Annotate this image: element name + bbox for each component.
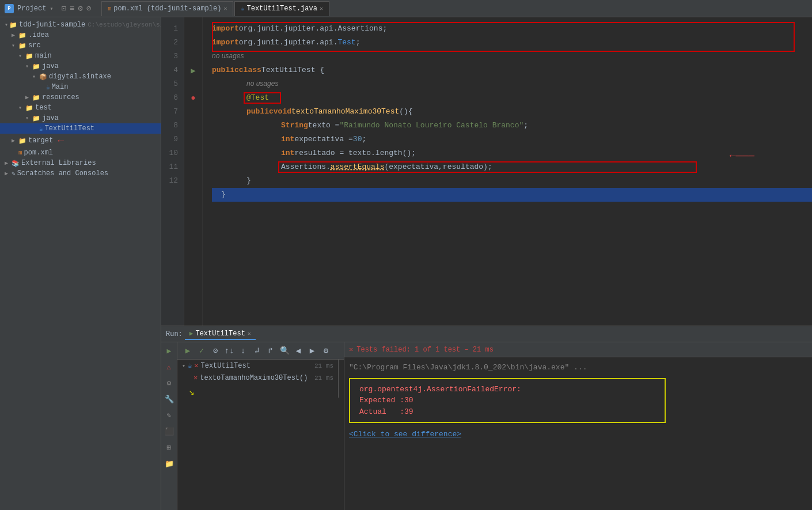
code-line-11: }: [212, 174, 812, 188]
close-brace-11: }: [246, 175, 251, 187]
gutter-3: [184, 50, 202, 63]
test-panel: ▶ ✓ ⊘ ↑↓ ↓ ↲ ↱ 🔍 ◀ ▶ ⚙: [177, 342, 344, 510]
line-num-5: 5: [164, 77, 181, 91]
gutter-6[interactable]: ●: [184, 91, 202, 105]
sidebar-src[interactable]: ▾ 📁 src: [0, 40, 161, 51]
line-num-2: 2: [164, 36, 181, 50]
case-time: 21 ms: [314, 375, 333, 381]
code-line-1: import org.junit.jupiter.api.Assertions;: [212, 22, 812, 36]
tree-arrow-target: ▶: [12, 137, 17, 144]
code-line-2: import org.junit.jupiter.api.Test;: [212, 36, 812, 50]
gutter-4[interactable]: ▶: [184, 63, 202, 77]
project-folder-icon: 📁: [9, 21, 17, 29]
toolbar-icon3[interactable]: ⚙: [78, 3, 82, 13]
scratches-label: Scratches and Consoles: [17, 169, 108, 177]
main-content: ▾ 📁 tdd-junit-sample C:\estudo\gleyson\s…: [0, 17, 812, 510]
next-btn[interactable]: ▶: [306, 345, 318, 357]
resources-label: resources: [42, 93, 79, 101]
stop-icon[interactable]: ⬛: [163, 425, 176, 438]
run-icon-line4[interactable]: ▶: [191, 66, 195, 75]
sidebar-resources[interactable]: ▶ 📁 resources: [0, 92, 161, 103]
sidebar-java-test[interactable]: ▾ 📁 java: [0, 113, 161, 123]
settings-tb-btn[interactable]: ⚙: [320, 345, 332, 357]
sidebar-package[interactable]: ▾ 📦 digytal.sintaxe: [0, 71, 161, 82]
code-line-no-usages: no usages: [212, 77, 812, 91]
sidebar-scratches[interactable]: ▶ ✎ Scratches and Consoles: [0, 168, 161, 179]
play-btn[interactable]: ▶: [182, 345, 193, 357]
sidebar-main-java[interactable]: ☕ Main: [0, 82, 161, 92]
tree-arrow-java-test: ▾: [25, 115, 31, 122]
tree-root[interactable]: ▾ 📁 tdd-junit-sample C:\estudo\gleyson\s…: [0, 20, 161, 30]
fail-icon-line6[interactable]: ●: [191, 93, 195, 103]
chevron-icon: ▾: [50, 5, 53, 12]
fold-btn[interactable]: ↲: [251, 345, 263, 357]
toolbar-icon1[interactable]: ⊡: [61, 3, 66, 13]
filter-icon[interactable]: ⊞: [163, 441, 176, 454]
far-left-icons: ▶ ⚠ ⚙ 🔧 ✎ ⬛ ⊞ 📁: [161, 342, 177, 510]
java-icon: ☕: [241, 5, 244, 12]
search-btn[interactable]: 🔍: [279, 345, 290, 357]
settings-icon[interactable]: ⚙: [163, 377, 176, 390]
test-case-row[interactable]: ✕ textoTamanhoMaximo30Test() 21 ms: [177, 372, 338, 384]
tab-close-pom[interactable]: ✕: [223, 5, 227, 12]
project-label-area: P Project ▾ ⊡ ≡ ⚙ ⊘: [5, 3, 91, 13]
sidebar-textutiltest[interactable]: ☕ TextUtilTest: [0, 123, 161, 134]
int-kw-8: int: [281, 134, 294, 146]
extlibs-icon: 📚: [12, 160, 20, 167]
main-java-icon: ☕: [46, 84, 50, 91]
rerun-icon[interactable]: ⚠: [163, 361, 176, 373]
toolbar-icon2[interactable]: ≡: [70, 4, 74, 13]
test-suite-row[interactable]: ▾ ☕ ✕ TextUtilTest 21 ms: [177, 360, 338, 372]
bottom-tab-close[interactable]: ✕: [248, 330, 251, 337]
editor-tabs: m pom.xml (tdd-junit-sample) ✕ ☕ TextUti…: [101, 1, 807, 16]
sidebar-extlibs[interactable]: ▶ 📚 External Libraries: [0, 158, 161, 168]
line-num-11: 11: [164, 160, 181, 174]
error-line1: org.opentest4j.AssertionFailedError:: [359, 384, 655, 395]
wrench-icon[interactable]: 🔧: [163, 393, 176, 406]
sidebar-java-main[interactable]: ▾ 📁 java: [0, 61, 161, 71]
textutil-label: TextUtilTest: [45, 124, 94, 133]
sidebar: ▾ 📁 tdd-junit-sample C:\estudo\gleyson\s…: [0, 17, 161, 510]
edit-icon[interactable]: ✎: [163, 409, 176, 422]
sort-up-btn[interactable]: ↑↓: [223, 345, 235, 357]
method-params-6: (){: [399, 106, 412, 118]
tree-arrow-idea: ▶: [12, 32, 17, 39]
sidebar-main[interactable]: ▾ 📁 main: [0, 51, 161, 61]
tab-textutiltest[interactable]: ☕ TextUtilTest.java ✕: [234, 1, 329, 16]
click-to-diff-link[interactable]: <Click to see difference>: [349, 430, 461, 439]
tree-arrow-root: ▾: [5, 21, 8, 28]
tree-arrow-extlibs: ▶: [5, 160, 10, 167]
line-num-6: 6: [164, 91, 181, 105]
run-btn-icon[interactable]: ▶: [163, 345, 176, 357]
resources-icon: 📁: [32, 94, 40, 101]
import-kw-1: import: [212, 23, 239, 35]
stop-btn[interactable]: ⊘: [210, 345, 221, 357]
tab-pom-xml[interactable]: m pom.xml (tdd-junit-sample) ✕: [101, 1, 233, 16]
test-folder-icon: 📁: [25, 104, 33, 112]
sidebar-idea[interactable]: ▶ 📁 .idea: [0, 30, 161, 40]
root-path: C:\estudo\gleyson\sintax: [88, 21, 161, 28]
sidebar-target[interactable]: ▶ 📁 target ←: [0, 134, 161, 148]
line-num-4: 4: [164, 63, 181, 77]
project-label: Project: [17, 5, 46, 13]
prev-btn[interactable]: ◀: [293, 345, 304, 357]
target-label: target: [28, 137, 53, 145]
bottom-tab-textutil[interactable]: ▶ TextUtilTest ✕: [185, 328, 256, 340]
line-num-12: 12: [164, 174, 181, 188]
toolbar-icon4[interactable]: ⊘: [86, 3, 91, 13]
sidebar-pom[interactable]: m pom.xml: [0, 148, 161, 158]
status-text: Tests failed: 1 of 1 test – 21 ms: [356, 346, 494, 354]
src-label: src: [28, 41, 41, 50]
console-output[interactable]: "C:\Program Files\Java\jdk1.8.0_202\bin\…: [344, 357, 812, 510]
tab-close-java[interactable]: ✕: [320, 5, 323, 12]
code-content[interactable]: import org.junit.jupiter.api.Assertions;…: [203, 17, 812, 326]
unfold-btn[interactable]: ↱: [265, 345, 276, 357]
check-btn[interactable]: ✓: [196, 345, 207, 357]
sidebar-test[interactable]: ▾ 📁 test: [0, 103, 161, 113]
line-numbers: 1 2 3 4 5 6 7 8 9 10 11 12: [161, 17, 184, 326]
folder-icon[interactable]: 📁: [163, 458, 176, 470]
src-folder-icon: 📁: [18, 42, 26, 50]
sort-down-btn[interactable]: ↓: [237, 345, 249, 357]
java-main-label: java: [42, 62, 59, 70]
code-line-4: public class TextUtilTest {: [212, 63, 812, 77]
